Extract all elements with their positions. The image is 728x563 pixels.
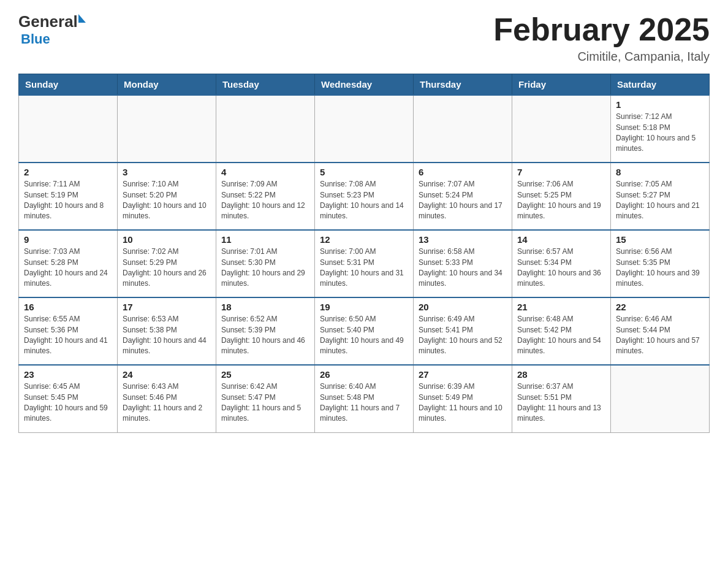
- day-info: Sunrise: 7:01 AMSunset: 5:30 PMDaylight:…: [221, 247, 309, 289]
- calendar-cell: [118, 95, 216, 163]
- day-info: Sunrise: 6:50 AMSunset: 5:40 PMDaylight:…: [320, 314, 408, 357]
- day-number: 23: [24, 369, 112, 380]
- day-info: Sunrise: 6:48 AMSunset: 5:42 PMDaylight:…: [517, 314, 605, 357]
- logo-general-text: General: [18, 12, 78, 31]
- day-info: Sunrise: 6:53 AMSunset: 5:38 PMDaylight:…: [123, 314, 211, 357]
- day-number: 25: [221, 369, 309, 380]
- day-info: Sunrise: 6:40 AMSunset: 5:48 PMDaylight:…: [320, 381, 408, 424]
- calendar-title: February 2025: [493, 12, 710, 47]
- calendar-header-row: SundayMondayTuesdayWednesdayThursdayFrid…: [19, 74, 710, 96]
- calendar-week-row: 9Sunrise: 7:03 AMSunset: 5:28 PMDaylight…: [19, 230, 710, 297]
- calendar-cell: 4Sunrise: 7:09 AMSunset: 5:22 PMDaylight…: [216, 163, 315, 230]
- calendar-cell: 17Sunrise: 6:53 AMSunset: 5:38 PMDayligh…: [118, 297, 216, 365]
- day-header-saturday: Saturday: [611, 74, 710, 96]
- day-number: 10: [123, 234, 211, 245]
- day-info: Sunrise: 7:09 AMSunset: 5:22 PMDaylight:…: [221, 179, 309, 222]
- day-number: 27: [419, 369, 507, 380]
- day-number: 21: [517, 302, 605, 312]
- day-number: 7: [517, 167, 605, 177]
- day-number: 13: [419, 234, 507, 245]
- day-info: Sunrise: 7:10 AMSunset: 5:20 PMDaylight:…: [123, 179, 211, 222]
- day-info: Sunrise: 6:37 AMSunset: 5:51 PMDaylight:…: [517, 381, 605, 424]
- calendar-cell: [216, 95, 315, 163]
- day-number: 15: [616, 234, 704, 245]
- day-info: Sunrise: 6:56 AMSunset: 5:35 PMDaylight:…: [616, 247, 704, 289]
- logo-blue-text: Blue: [21, 31, 50, 47]
- day-info: Sunrise: 7:06 AMSunset: 5:25 PMDaylight:…: [517, 179, 605, 222]
- day-number: 22: [616, 302, 704, 312]
- day-number: 11: [221, 234, 309, 245]
- day-number: 4: [221, 167, 309, 177]
- day-info: Sunrise: 7:02 AMSunset: 5:29 PMDaylight:…: [123, 247, 211, 289]
- calendar-cell: [414, 95, 512, 163]
- calendar-cell: 20Sunrise: 6:49 AMSunset: 5:41 PMDayligh…: [414, 297, 512, 365]
- day-info: Sunrise: 6:55 AMSunset: 5:36 PMDaylight:…: [24, 314, 112, 357]
- calendar-week-row: 2Sunrise: 7:11 AMSunset: 5:19 PMDaylight…: [19, 163, 710, 230]
- calendar-cell: 11Sunrise: 7:01 AMSunset: 5:30 PMDayligh…: [216, 230, 315, 297]
- calendar-cell: 25Sunrise: 6:42 AMSunset: 5:47 PMDayligh…: [216, 365, 315, 432]
- calendar-cell: [512, 95, 611, 163]
- calendar-cell: 19Sunrise: 6:50 AMSunset: 5:40 PMDayligh…: [315, 297, 414, 365]
- day-number: 1: [616, 99, 704, 110]
- calendar-cell: 24Sunrise: 6:43 AMSunset: 5:46 PMDayligh…: [118, 365, 216, 432]
- day-info: Sunrise: 6:52 AMSunset: 5:39 PMDaylight:…: [221, 314, 309, 357]
- logo-arrow-icon: [78, 14, 86, 23]
- calendar-cell: 3Sunrise: 7:10 AMSunset: 5:20 PMDaylight…: [118, 163, 216, 230]
- day-number: 6: [419, 167, 507, 177]
- calendar-cell: 18Sunrise: 6:52 AMSunset: 5:39 PMDayligh…: [216, 297, 315, 365]
- calendar-cell: 23Sunrise: 6:45 AMSunset: 5:45 PMDayligh…: [19, 365, 118, 432]
- day-info: Sunrise: 6:58 AMSunset: 5:33 PMDaylight:…: [419, 247, 507, 289]
- day-header-thursday: Thursday: [414, 74, 512, 96]
- day-number: 17: [123, 302, 211, 312]
- day-info: Sunrise: 7:08 AMSunset: 5:23 PMDaylight:…: [320, 179, 408, 222]
- day-info: Sunrise: 6:42 AMSunset: 5:47 PMDaylight:…: [221, 381, 309, 424]
- calendar-cell: [611, 365, 710, 432]
- day-info: Sunrise: 6:43 AMSunset: 5:46 PMDaylight:…: [123, 381, 211, 424]
- day-info: Sunrise: 6:49 AMSunset: 5:41 PMDaylight:…: [419, 314, 507, 357]
- day-number: 16: [24, 302, 112, 312]
- day-number: 9: [24, 234, 112, 245]
- calendar-cell: 28Sunrise: 6:37 AMSunset: 5:51 PMDayligh…: [512, 365, 611, 432]
- calendar-cell: 5Sunrise: 7:08 AMSunset: 5:23 PMDaylight…: [315, 163, 414, 230]
- calendar-cell: 2Sunrise: 7:11 AMSunset: 5:19 PMDaylight…: [19, 163, 118, 230]
- day-number: 20: [419, 302, 507, 312]
- day-info: Sunrise: 6:57 AMSunset: 5:34 PMDaylight:…: [517, 247, 605, 289]
- calendar-week-row: 23Sunrise: 6:45 AMSunset: 5:45 PMDayligh…: [19, 365, 710, 432]
- calendar-cell: 26Sunrise: 6:40 AMSunset: 5:48 PMDayligh…: [315, 365, 414, 432]
- calendar-cell: 7Sunrise: 7:06 AMSunset: 5:25 PMDaylight…: [512, 163, 611, 230]
- day-info: Sunrise: 6:45 AMSunset: 5:45 PMDaylight:…: [24, 381, 112, 424]
- day-number: 28: [517, 369, 605, 380]
- day-header-wednesday: Wednesday: [315, 74, 414, 96]
- day-number: 18: [221, 302, 309, 312]
- day-info: Sunrise: 7:00 AMSunset: 5:31 PMDaylight:…: [320, 247, 408, 289]
- calendar-week-row: 1Sunrise: 7:12 AMSunset: 5:18 PMDaylight…: [19, 95, 710, 163]
- calendar-cell: [19, 95, 118, 163]
- page-header: General Blue February 2025 Cimitile, Cam…: [18, 12, 710, 64]
- day-info: Sunrise: 6:39 AMSunset: 5:49 PMDaylight:…: [419, 381, 507, 424]
- calendar-cell: 9Sunrise: 7:03 AMSunset: 5:28 PMDaylight…: [19, 230, 118, 297]
- day-header-sunday: Sunday: [19, 74, 118, 96]
- day-info: Sunrise: 7:05 AMSunset: 5:27 PMDaylight:…: [616, 179, 704, 222]
- calendar-cell: 13Sunrise: 6:58 AMSunset: 5:33 PMDayligh…: [414, 230, 512, 297]
- day-number: 8: [616, 167, 704, 177]
- day-info: Sunrise: 7:12 AMSunset: 5:18 PMDaylight:…: [616, 112, 704, 155]
- title-block: February 2025 Cimitile, Campania, Italy: [493, 12, 710, 64]
- day-number: 2: [24, 167, 112, 177]
- day-info: Sunrise: 7:03 AMSunset: 5:28 PMDaylight:…: [24, 247, 112, 289]
- day-info: Sunrise: 6:46 AMSunset: 5:44 PMDaylight:…: [616, 314, 704, 357]
- calendar-table: SundayMondayTuesdayWednesdayThursdayFrid…: [18, 74, 710, 433]
- calendar-cell: 8Sunrise: 7:05 AMSunset: 5:27 PMDaylight…: [611, 163, 710, 230]
- calendar-cell: 12Sunrise: 7:00 AMSunset: 5:31 PMDayligh…: [315, 230, 414, 297]
- day-number: 26: [320, 369, 408, 380]
- day-number: 19: [320, 302, 408, 312]
- calendar-cell: 16Sunrise: 6:55 AMSunset: 5:36 PMDayligh…: [19, 297, 118, 365]
- day-info: Sunrise: 7:07 AMSunset: 5:24 PMDaylight:…: [419, 179, 507, 222]
- calendar-cell: 6Sunrise: 7:07 AMSunset: 5:24 PMDaylight…: [414, 163, 512, 230]
- day-number: 5: [320, 167, 408, 177]
- calendar-cell: 21Sunrise: 6:48 AMSunset: 5:42 PMDayligh…: [512, 297, 611, 365]
- day-header-friday: Friday: [512, 74, 611, 96]
- day-number: 24: [123, 369, 211, 380]
- calendar-week-row: 16Sunrise: 6:55 AMSunset: 5:36 PMDayligh…: [19, 297, 710, 365]
- day-number: 14: [517, 234, 605, 245]
- calendar-cell: [315, 95, 414, 163]
